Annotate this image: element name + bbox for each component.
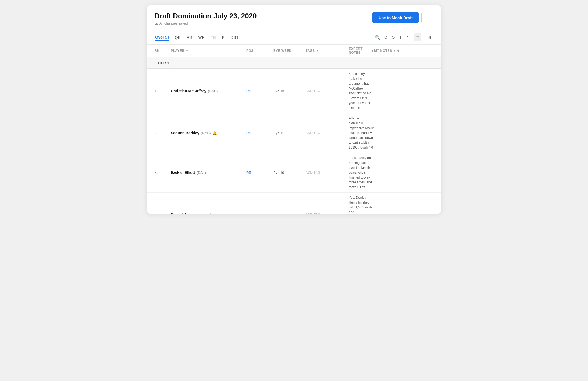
position-badge: RB: [246, 213, 273, 214]
undo-icon[interactable]: ↺: [384, 35, 388, 40]
position-badge: RB: [246, 171, 273, 175]
expert-notes: There's only one running back over the l…: [349, 156, 374, 190]
col-pos: POS: [246, 47, 273, 54]
tag-cell[interactable]: ADD TAG: [306, 171, 349, 174]
redo-icon[interactable]: ↻: [391, 35, 395, 40]
player-team: (CAR): [208, 89, 218, 93]
tab-rb[interactable]: RB: [186, 34, 193, 41]
expert-notes: Yes, Derrick Henry finished with 1,540 y…: [349, 195, 374, 214]
expert-notes: After an extremely impressive rookie sea…: [349, 116, 374, 150]
tab-dst[interactable]: DST: [230, 34, 239, 41]
my-notes-add-icon[interactable]: ＋: [393, 49, 396, 53]
bye-week: Bye 13: [273, 89, 306, 93]
col-my-notes: MY NOTES ＋ 🗑: [374, 47, 433, 54]
table-body: TIER 1 1. Christian McCaffrey (CAR) RB B…: [147, 57, 441, 214]
grid-view-button[interactable]: ⊞: [425, 33, 433, 41]
tier-label: TIER 1: [155, 60, 172, 66]
player-name-cell: Ezekiel Elliott (DAL): [171, 170, 246, 175]
mock-draft-button[interactable]: Use in Mock Draft: [372, 12, 419, 23]
header-left: Draft Domination July 23, 2020 ☁ All cha…: [155, 12, 257, 25]
tab-qb[interactable]: QB: [174, 34, 181, 41]
col-rank: RK: [155, 47, 171, 54]
player-alert-icon[interactable]: 🔔: [208, 213, 213, 214]
tag-cell[interactable]: ADD TAG: [306, 89, 349, 93]
player-rank: 2.: [155, 131, 171, 135]
player-alert-icon[interactable]: 🔔: [213, 131, 217, 135]
app-container: Draft Domination July 23, 2020 ☁ All cha…: [147, 5, 441, 214]
player-rank: 1.: [155, 89, 171, 93]
bye-week: Bye 7: [273, 213, 306, 214]
download-icon[interactable]: ⬇: [399, 35, 402, 40]
tab-te[interactable]: TE: [210, 34, 216, 41]
tab-k[interactable]: K: [221, 34, 225, 41]
col-bye: BYE WEEK: [273, 47, 306, 54]
tab-overall[interactable]: Overall: [155, 34, 169, 41]
expert-notes: You can try to make the argument that Mc…: [349, 71, 374, 110]
bye-week: Bye 11: [273, 131, 306, 135]
print-icon[interactable]: 🖨: [406, 35, 410, 40]
search-icon[interactable]: 🔍: [375, 35, 380, 40]
save-status: ☁ All changes saved: [155, 21, 257, 25]
player-name: Saquon Barkley: [171, 131, 199, 135]
col-tags[interactable]: TAGS ▼: [306, 47, 349, 54]
player-name-cell: Saquon Barkley (NYG) 🔔: [171, 131, 246, 135]
header-right: Use in Mock Draft ···: [372, 12, 433, 23]
nav-tabs-right: 🔍 ↺ ↻ ⬇ 🖨 ≡ ⊞: [375, 33, 433, 41]
player-rank: 3.: [155, 170, 171, 175]
tag-cell[interactable]: ADD TAG: [306, 213, 349, 214]
table-row: 3. Ezekiel Elliott (DAL) RB Bye 10 ADD T…: [147, 153, 441, 193]
list-view-button[interactable]: ≡: [414, 33, 421, 41]
player-add-icon[interactable]: ＋: [186, 49, 189, 53]
player-name: Christian McCaffrey: [171, 89, 206, 93]
cloud-icon: ☁: [155, 21, 158, 25]
tags-filter-icon[interactable]: ▼: [316, 49, 319, 52]
more-options-button[interactable]: ···: [421, 12, 433, 23]
tier-header-1: TIER 1: [147, 57, 441, 69]
col-player: PLAYER ＋: [171, 47, 246, 54]
position-badge: RB: [246, 89, 273, 93]
my-notes-trash-icon[interactable]: 🗑: [397, 49, 400, 52]
col-expert-notes[interactable]: EXPERT NOTES ▼: [349, 47, 374, 54]
nav-tabs-left: Overall QB RB WR TE K DST: [155, 34, 239, 41]
player-name: Ezekiel Elliott: [171, 170, 195, 175]
expert-notes-dropdown-icon[interactable]: ▼: [371, 49, 374, 52]
player-name-cell: Christian McCaffrey (CAR): [171, 89, 246, 93]
add-tag-text[interactable]: ADD TAG: [306, 171, 320, 174]
table-row: 1. Christian McCaffrey (CAR) RB Bye 13 A…: [147, 69, 441, 113]
player-name: Derrick Henry: [171, 212, 196, 214]
header: Draft Domination July 23, 2020 ☁ All cha…: [147, 5, 441, 30]
player-name-cell: Derrick Henry (TEN) 🔔: [171, 212, 246, 214]
tab-wr[interactable]: WR: [197, 34, 205, 41]
player-team: (TEN): [197, 213, 207, 214]
tag-cell[interactable]: ADD TAG: [306, 131, 349, 135]
table-row: 2. Saquon Barkley (NYG) 🔔 RB Bye 11 ADD …: [147, 113, 441, 153]
add-tag-text[interactable]: ADD TAG: [306, 131, 320, 135]
app-title: Draft Domination July 23, 2020: [155, 12, 257, 20]
player-rank: 4.: [155, 212, 171, 214]
player-team: (NYG): [201, 131, 211, 135]
table-row: 4. Derrick Henry (TEN) 🔔 RB Bye 7 ADD TA…: [147, 193, 441, 214]
add-tag-text[interactable]: ADD TAG: [306, 89, 320, 93]
table-header: RK PLAYER ＋ POS BYE WEEK TAGS ▼ EXPERT N…: [147, 45, 441, 57]
add-tag-text[interactable]: ADD TAG: [306, 213, 320, 214]
position-badge: RB: [246, 131, 273, 135]
nav-tabs: Overall QB RB WR TE K DST 🔍 ↺ ↻ ⬇ 🖨 ≡ ⊞: [147, 30, 441, 45]
bye-week: Bye 10: [273, 171, 306, 175]
player-team: (DAL): [197, 171, 206, 175]
